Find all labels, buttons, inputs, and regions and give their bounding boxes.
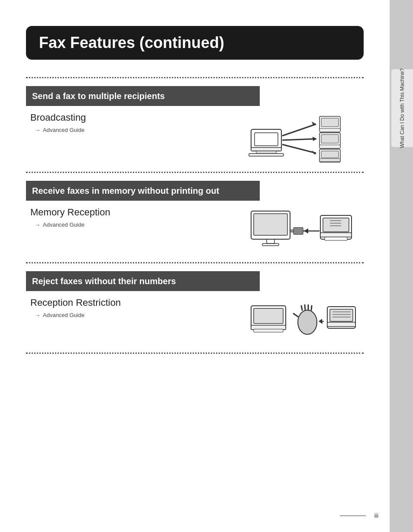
main-content: Fax Features (continued) Send a fax to m… — [0, 0, 390, 532]
section-reception-restriction: Reject faxes without their numbers Recep… — [26, 263, 364, 345]
svg-line-5 — [282, 124, 316, 136]
svg-rect-18 — [321, 151, 339, 158]
illustration-broadcasting — [242, 112, 364, 164]
arrow-icon-restriction: → — [35, 312, 40, 318]
page-title: Fax Features (continued) — [39, 34, 351, 52]
sidebar-tab: What Can I Do with This Machine? — [391, 69, 413, 147]
svg-rect-31 — [320, 233, 352, 237]
sidebar: What Can I Do with This Machine? — [390, 0, 413, 532]
broadcasting-svg — [247, 112, 359, 164]
illustration-restriction — [242, 297, 364, 345]
svg-rect-1 — [255, 133, 278, 146]
illustration-memory — [242, 207, 364, 254]
page-title-bar: Fax Features (continued) — [26, 26, 364, 60]
svg-rect-15 — [321, 135, 339, 143]
svg-rect-21 — [254, 214, 287, 235]
section-text-restriction: Reception Restriction → Advanced Guide — [26, 297, 242, 318]
memory-reception-svg — [247, 207, 359, 254]
svg-rect-3 — [256, 151, 276, 154]
reception-restriction-svg — [247, 297, 359, 345]
svg-line-7 — [282, 139, 316, 140]
page-number: iii — [374, 512, 378, 519]
section-text-broadcasting: Broadcasting → Advanced Guide — [26, 112, 242, 133]
page-number-container: iii — [340, 512, 378, 519]
svg-marker-28 — [304, 228, 308, 234]
guide-ref-label-restriction: Advanced Guide — [43, 312, 84, 318]
svg-line-41 — [301, 306, 302, 310]
svg-rect-23 — [262, 244, 279, 246]
svg-line-42 — [305, 305, 305, 310]
section-broadcasting: Send a fax to multiple recipients Broadc… — [26, 78, 364, 164]
sidebar-label: What Can I Do with This Machine? — [399, 68, 406, 148]
section-title-restriction: Reject faxes without their numbers — [32, 276, 254, 287]
svg-rect-19 — [319, 159, 340, 161]
guide-ref-broadcasting: → Advanced Guide — [30, 127, 242, 133]
arrow-icon-broadcasting: → — [35, 127, 40, 133]
section-body-memory: Memory Reception → Advanced Guide — [26, 207, 364, 254]
svg-rect-30 — [323, 218, 349, 232]
section-body-broadcasting: Broadcasting → Advanced Guide — [26, 112, 364, 164]
section-text-memory: Memory Reception → Advanced Guide — [26, 207, 242, 228]
arrow-icon-memory: → — [35, 221, 40, 228]
svg-rect-24 — [294, 228, 303, 234]
svg-rect-13 — [319, 128, 340, 132]
section-title-memory: Receive faxes in memory without printing… — [32, 185, 254, 196]
section-header-broadcasting: Send a fax to multiple recipients — [26, 86, 260, 106]
guide-ref-memory: → Advanced Guide — [30, 221, 242, 228]
divider-bottom — [26, 353, 364, 354]
svg-rect-2 — [251, 147, 281, 151]
svg-point-40 — [298, 310, 317, 334]
svg-rect-4 — [249, 154, 284, 156]
svg-rect-16 — [319, 145, 340, 148]
svg-line-44 — [311, 306, 312, 310]
section-header-memory: Receive faxes in memory without printing… — [26, 181, 260, 201]
svg-rect-32 — [325, 237, 347, 240]
svg-line-45 — [294, 314, 298, 317]
svg-rect-22 — [267, 239, 274, 244]
svg-rect-50 — [327, 322, 355, 327]
feature-name-restriction: Reception Restriction — [30, 297, 242, 308]
feature-name-memory: Memory Reception — [30, 207, 242, 218]
section-header-restriction: Reject faxes without their numbers — [26, 271, 260, 291]
svg-rect-49 — [330, 309, 353, 321]
svg-marker-47 — [319, 319, 323, 324]
guide-ref-restriction: → Advanced Guide — [30, 312, 242, 318]
svg-line-9 — [282, 144, 316, 153]
guide-ref-label-memory: Advanced Guide — [43, 221, 84, 228]
section-memory-reception: Receive faxes in memory without printing… — [26, 173, 364, 254]
svg-rect-39 — [254, 329, 283, 332]
feature-name-broadcasting: Broadcasting — [30, 112, 242, 123]
section-title-broadcasting: Send a fax to multiple recipients — [32, 90, 254, 102]
svg-rect-12 — [321, 118, 339, 127]
guide-ref-label-broadcasting: Advanced Guide — [43, 127, 84, 133]
svg-marker-8 — [313, 137, 317, 141]
section-body-restriction: Reception Restriction → Advanced Guide — [26, 297, 364, 345]
svg-rect-37 — [254, 308, 283, 324]
page-number-line — [340, 516, 366, 516]
